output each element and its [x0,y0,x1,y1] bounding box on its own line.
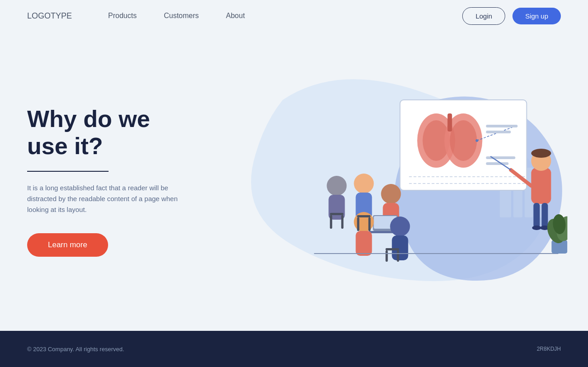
hero-description: It is a long established fact that a rea… [27,183,190,215]
svg-rect-40 [330,213,343,215]
scene-illustration [260,82,567,281]
svg-rect-14 [486,125,517,127]
svg-point-38 [390,216,410,236]
logo: LOGOTYPE [27,11,72,21]
signup-button[interactable]: Sign up [512,8,561,24]
header-actions: Login Sign up [462,7,561,25]
main-nav: Products Customers About [108,12,462,20]
svg-rect-9 [447,113,452,132]
logo-thin: TYPE [51,11,72,20]
svg-rect-17 [486,162,508,165]
hero-left: Why do we use it? It is a long establish… [27,106,217,257]
footer-copyright: © 2023 Company. All rights reserved. [27,346,124,353]
svg-point-36 [354,212,374,232]
svg-rect-47 [385,250,388,262]
svg-rect-22 [541,203,548,228]
svg-rect-44 [357,217,359,231]
learn-more-button[interactable]: Learn more [27,233,108,257]
svg-rect-18 [531,168,551,204]
svg-rect-15 [486,131,511,133]
login-button[interactable]: Login [462,7,505,25]
nav-products[interactable]: Products [108,12,137,20]
svg-rect-45 [368,217,370,231]
svg-point-27 [327,176,346,196]
svg-point-29 [354,174,374,193]
footer: © 2023 Company. All rights reserved. 2R8… [0,331,588,367]
header: LOGOTYPE Products Customers About Login … [0,0,588,32]
svg-rect-37 [356,231,372,256]
svg-rect-43 [357,215,370,217]
nav-customers[interactable]: Customers [164,12,199,20]
svg-point-8 [450,120,477,161]
hero-illustration [217,32,561,331]
svg-rect-46 [385,248,399,250]
footer-watermark: 2R8KDJH [537,346,561,352]
svg-rect-42 [341,215,343,229]
svg-point-20 [531,149,551,158]
logo-bold: LOGO [27,11,51,20]
svg-point-31 [381,184,401,204]
heading-divider [27,171,109,172]
svg-point-23 [532,226,541,230]
hero-heading: Why do we use it? [27,106,217,160]
svg-rect-39 [392,235,408,260]
svg-rect-41 [330,215,332,229]
svg-rect-21 [533,203,540,228]
main-content: Why do we use it? It is a long establish… [0,32,588,331]
svg-point-13 [475,139,478,142]
svg-rect-48 [397,250,399,262]
nav-about[interactable]: About [226,12,245,20]
